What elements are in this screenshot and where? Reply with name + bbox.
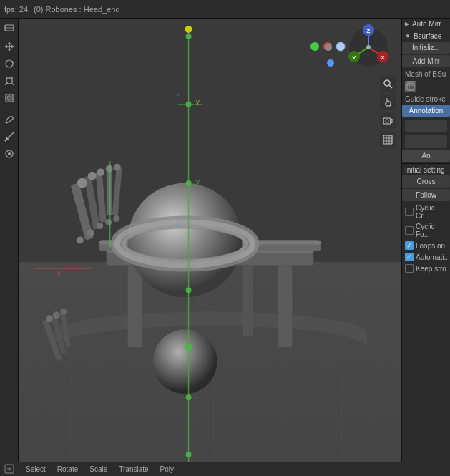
svg-point-30 (77, 178, 87, 188)
svg-text:Y: Y (196, 99, 200, 106)
svg-point-83 (384, 80, 390, 86)
status-icon (4, 464, 14, 475)
bsurface-header: ▼ Bsurface (402, 31, 450, 42)
status-item-2: Rotate (57, 465, 78, 473)
color-field-2[interactable] (405, 135, 447, 148)
svg-point-70 (53, 311, 60, 319)
an-button[interactable]: An (402, 150, 450, 162)
cursor-tool-icon[interactable] (1, 21, 17, 37)
move-tool-icon[interactable] (1, 39, 17, 54)
loops-on-checkbox[interactable]: ✓ (405, 241, 414, 250)
cyclic-follow-label: Cyclic Fo... (416, 223, 447, 238)
svg-point-37 (97, 223, 103, 229)
svg-point-34 (114, 164, 121, 171)
keep-stro-label: Keep stro (416, 265, 446, 273)
hand-icon[interactable] (380, 94, 396, 110)
status-bar: Select Rotate Scale Translate Poly (0, 462, 450, 476)
status-item-4: Translate (119, 465, 148, 473)
svg-point-47 (186, 452, 192, 457)
guide-stroke-label: Guide stroke (402, 94, 450, 105)
svg-rect-85 (383, 118, 391, 124)
y-secondary-dot (336, 42, 346, 52)
svg-point-24 (153, 329, 217, 394)
viewport[interactable]: Y Y Z Z X (19, 19, 401, 462)
cyclic-cross-row[interactable]: Cyclic Cr... (402, 203, 450, 221)
status-item-1: Select (26, 465, 46, 473)
automatic-row[interactable]: ✓ Automati... (402, 251, 450, 263)
bsurface-collapse-icon: ▼ (405, 33, 411, 39)
svg-point-9 (8, 152, 11, 155)
annotation-button[interactable]: Annotation (402, 105, 450, 117)
scene-svg: Y Y Z Z X (19, 19, 401, 462)
fps-display: fps: 24 (4, 5, 28, 14)
svg-rect-16 (278, 265, 292, 347)
svg-rect-28 (107, 169, 112, 215)
svg-point-69 (46, 315, 53, 322)
greasepencil-tool-icon[interactable] (1, 146, 17, 162)
initialize-button[interactable]: Initializ... (402, 42, 450, 54)
svg-rect-29 (112, 167, 122, 215)
svg-point-2 (6, 60, 13, 67)
cross-button[interactable]: Cross (402, 175, 450, 188)
status-item-3: Scale (89, 465, 107, 473)
svg-text:X: X (381, 54, 385, 61)
grid-icon[interactable] (380, 132, 396, 147)
loops-on-row[interactable]: ✓ Loops on (402, 240, 450, 251)
svg-point-50 (185, 26, 192, 33)
loops-on-label: Loops on (416, 242, 445, 250)
mesh-label: Mesh of BSu (402, 69, 450, 79)
automatic-label: Automati... (416, 253, 450, 261)
annotate-tool-icon[interactable] (1, 112, 17, 127)
cyclic-follow-row[interactable]: Cyclic Fo... (402, 221, 450, 240)
auto-mirror-header: ▶ Auto Mirr (402, 19, 450, 29)
svg-point-39 (113, 215, 119, 222)
svg-point-41 (186, 34, 192, 39)
svg-point-45 (185, 344, 192, 351)
svg-rect-87 (383, 135, 392, 144)
svg-point-33 (106, 165, 113, 173)
svg-point-36 (87, 230, 94, 237)
svg-point-31 (88, 172, 97, 180)
transform-tool-icon[interactable] (1, 90, 17, 106)
svg-point-38 (105, 219, 112, 225)
svg-line-7 (5, 139, 7, 141)
nav-gizmo[interactable]: Z X Y (346, 24, 396, 74)
svg-point-35 (77, 237, 84, 244)
svg-rect-5 (7, 96, 11, 100)
rotate-tool-icon[interactable] (1, 56, 17, 72)
measure-tool-icon[interactable] (1, 129, 17, 145)
initial-settings-label: Initial setting (402, 163, 450, 175)
cyclic-follow-checkbox[interactable] (405, 226, 414, 235)
cyclic-cross-checkbox[interactable] (405, 208, 414, 216)
auto-mirror-label: Auto Mirr (412, 20, 441, 28)
svg-text:Y: Y (352, 54, 356, 61)
z-axis-dot (326, 59, 335, 67)
svg-point-32 (97, 168, 104, 176)
scale-tool-icon[interactable] (1, 73, 17, 89)
left-toolbar (0, 19, 19, 462)
scene-3d: Y Y Z Z X (19, 19, 401, 462)
svg-text:Y: Y (196, 179, 200, 186)
svg-point-71 (60, 309, 67, 315)
svg-point-20 (128, 183, 243, 298)
bone-info: (0) Robones : Head_end (34, 5, 119, 14)
app-container: fps: 24 (0) Robones : Head_end (0, 0, 450, 476)
color-field-1[interactable] (405, 120, 447, 132)
automatic-checkbox[interactable]: ✓ (405, 253, 414, 261)
camera-icon[interactable] (380, 113, 396, 129)
svg-point-44 (186, 287, 192, 293)
x-axis-dot (323, 42, 333, 52)
magnify-icon[interactable] (380, 76, 396, 92)
svg-point-86 (386, 120, 388, 122)
follow-button[interactable]: Follow (402, 189, 450, 201)
svg-rect-17 (242, 265, 253, 336)
svg-point-82 (366, 45, 371, 49)
keep-stro-checkbox[interactable] (405, 264, 414, 273)
cyclic-cross-label: Cyclic Cr... (416, 204, 447, 220)
collapse-arrow-icon: ▶ (405, 21, 409, 27)
keep-stro-row[interactable]: Keep stro (402, 263, 450, 274)
svg-text:Z: Z (367, 28, 371, 34)
mesh-icon[interactable] (405, 81, 416, 92)
bsurface-label: Bsurface (414, 32, 441, 40)
add-mirror-button[interactable]: Add Mirr (402, 55, 450, 67)
